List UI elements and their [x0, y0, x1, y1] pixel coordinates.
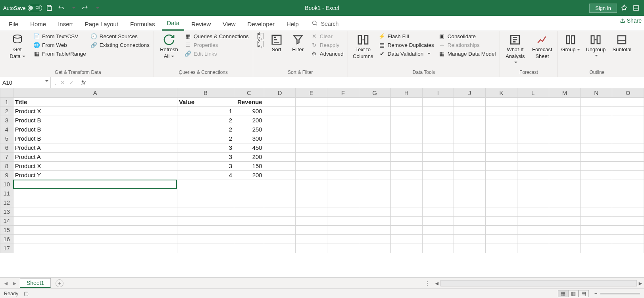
- cell[interactable]: [517, 170, 549, 180]
- cell[interactable]: [486, 152, 517, 161]
- column-header[interactable]: F: [327, 88, 359, 97]
- cell[interactable]: Product B: [13, 134, 177, 143]
- page-break-view-button[interactable]: ▤: [579, 290, 589, 297]
- column-header[interactable]: E: [296, 88, 327, 97]
- cell[interactable]: [422, 152, 454, 161]
- cell[interactable]: [327, 244, 359, 253]
- cell[interactable]: [390, 161, 422, 170]
- cell[interactable]: [296, 170, 327, 180]
- cell[interactable]: [517, 125, 549, 134]
- cell[interactable]: [486, 244, 517, 253]
- cell[interactable]: [454, 106, 486, 116]
- column-header[interactable]: M: [549, 88, 581, 97]
- row-header[interactable]: 5: [0, 134, 13, 143]
- cell[interactable]: [454, 234, 486, 244]
- sheet-tab-active[interactable]: Sheet1: [20, 278, 51, 288]
- row-header[interactable]: 8: [0, 161, 13, 170]
- cell[interactable]: [454, 216, 486, 225]
- cell[interactable]: [264, 180, 296, 189]
- cell[interactable]: [296, 216, 327, 225]
- cell[interactable]: [390, 244, 422, 253]
- cell[interactable]: [390, 207, 422, 216]
- enter-icon[interactable]: ✓: [69, 79, 74, 86]
- cell[interactable]: Product Y: [13, 170, 177, 180]
- cell[interactable]: [390, 125, 422, 134]
- cell[interactable]: [549, 180, 581, 189]
- cell[interactable]: [264, 125, 296, 134]
- cell[interactable]: [517, 180, 549, 189]
- cell[interactable]: Value: [177, 97, 234, 106]
- cell[interactable]: [454, 97, 486, 106]
- cell[interactable]: [359, 234, 391, 244]
- cell[interactable]: [422, 125, 454, 134]
- qat-customize-icon[interactable]: [92, 3, 102, 13]
- column-header[interactable]: O: [612, 88, 644, 97]
- cell[interactable]: [612, 198, 644, 207]
- cell[interactable]: [517, 134, 549, 143]
- cell[interactable]: [549, 161, 581, 170]
- cell[interactable]: [612, 97, 644, 106]
- cell[interactable]: 2: [177, 125, 234, 134]
- edit-links-button[interactable]: 🔗Edit Links: [184, 50, 250, 57]
- cell[interactable]: [549, 116, 581, 125]
- cell[interactable]: [486, 106, 517, 116]
- cell[interactable]: [517, 216, 549, 225]
- cell[interactable]: [327, 134, 359, 143]
- cell[interactable]: [549, 189, 581, 198]
- cell[interactable]: [359, 125, 391, 134]
- cell[interactable]: [581, 152, 612, 161]
- cell[interactable]: [13, 244, 177, 253]
- cell[interactable]: [486, 143, 517, 152]
- cell[interactable]: [177, 225, 234, 234]
- subtotal-button[interactable]: Subtotal: [611, 33, 633, 53]
- cell[interactable]: [327, 198, 359, 207]
- cell[interactable]: [581, 180, 612, 189]
- cell[interactable]: [390, 106, 422, 116]
- cell[interactable]: [454, 143, 486, 152]
- page-layout-view-button[interactable]: ▥: [568, 290, 579, 297]
- cell[interactable]: [581, 170, 612, 180]
- recent-sources-button[interactable]: 🕘Recent Sources: [90, 33, 150, 40]
- tab-home[interactable]: Home: [25, 18, 51, 31]
- cell[interactable]: [517, 161, 549, 170]
- cell[interactable]: [517, 152, 549, 161]
- zoom-out-icon[interactable]: −: [594, 291, 597, 296]
- cell[interactable]: [359, 134, 391, 143]
- cell[interactable]: [454, 152, 486, 161]
- column-header[interactable]: K: [486, 88, 517, 97]
- cell[interactable]: [454, 161, 486, 170]
- cell[interactable]: [390, 134, 422, 143]
- column-header[interactable]: A: [13, 88, 177, 97]
- reapply-button[interactable]: ↻Reapply: [310, 41, 344, 48]
- select-all-cell[interactable]: [0, 88, 13, 97]
- cell[interactable]: [359, 180, 391, 189]
- cell[interactable]: [517, 225, 549, 234]
- sign-in-button[interactable]: Sign in: [589, 4, 617, 13]
- row-header[interactable]: 9: [0, 170, 13, 180]
- cell[interactable]: 300: [234, 134, 264, 143]
- cell[interactable]: [359, 106, 391, 116]
- cell[interactable]: [359, 198, 391, 207]
- existing-connections-button[interactable]: 🔗Existing Connections: [90, 41, 150, 48]
- cell[interactable]: [264, 216, 296, 225]
- cell[interactable]: [13, 189, 177, 198]
- cell[interactable]: [612, 180, 644, 189]
- cell[interactable]: [517, 143, 549, 152]
- cell[interactable]: Product A: [13, 152, 177, 161]
- cell[interactable]: [327, 152, 359, 161]
- cell[interactable]: [454, 225, 486, 234]
- cell[interactable]: [517, 116, 549, 125]
- row-header[interactable]: 15: [0, 225, 13, 234]
- manage-data-model-button[interactable]: ▦Manage Data Model: [438, 50, 497, 57]
- redo-icon[interactable]: [80, 3, 90, 13]
- cell[interactable]: [486, 207, 517, 216]
- cell[interactable]: [390, 170, 422, 180]
- get-data-button[interactable]: Get Data: [6, 33, 29, 60]
- cell[interactable]: [390, 198, 422, 207]
- cell[interactable]: [390, 216, 422, 225]
- coming-soon-icon[interactable]: [619, 3, 629, 13]
- cell[interactable]: [549, 234, 581, 244]
- cell[interactable]: 2: [177, 134, 234, 143]
- remove-duplicates-button[interactable]: ▤Remove Duplicates: [378, 41, 435, 48]
- cell[interactable]: Product B: [13, 125, 177, 134]
